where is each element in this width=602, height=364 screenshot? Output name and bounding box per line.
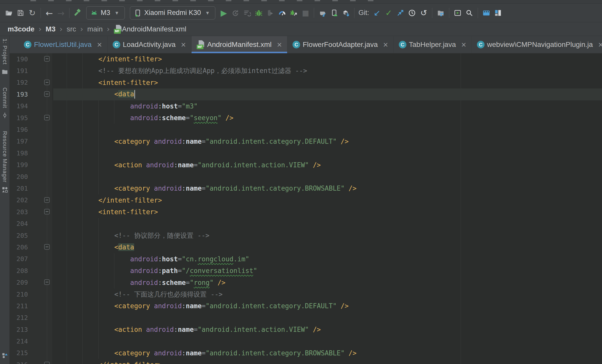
git-commit-button[interactable]: ✓ [383, 6, 394, 20]
fold-column [28, 100, 51, 112]
run-button[interactable]: ▶ [218, 6, 230, 20]
fold-column: − [28, 77, 51, 88]
fold-marker-down[interactable]: − [44, 80, 50, 85]
tab-flowerfootadapter-java[interactable]: CFlowerFootAdapter.java × [287, 36, 394, 53]
toolbar-separator [478, 8, 478, 18]
build-button[interactable] [72, 6, 84, 20]
git-push-button[interactable] [394, 6, 406, 20]
code-line-204: 204 [10, 218, 602, 229]
terminal-run-icon [454, 9, 462, 17]
navigate-forward-button[interactable]: → [55, 6, 67, 20]
breadcrumb-item-main[interactable]: main [87, 25, 103, 33]
stripe-item-resource-manager[interactable]: Resource Manager [1, 131, 9, 194]
code-line-208: 208 android:path="/conversationlist" [10, 265, 602, 277]
navigate-back-button[interactable]: ← [43, 6, 55, 20]
sdk-manager-button[interactable] [340, 6, 352, 20]
code-text: <action android:name="android.intent.act… [51, 161, 321, 169]
fold-column: − [28, 88, 51, 100]
code-text: <category android:name="android.intent.c… [51, 349, 356, 357]
code-line-207: 207 android:host="cn.rongcloud.im" [10, 253, 602, 265]
profiler-button[interactable] [492, 6, 504, 20]
code-line-206: 206 − <data [10, 241, 602, 253]
breadcrumb-item-M3[interactable]: M3 [46, 25, 56, 33]
fold-column: − [28, 277, 51, 288]
tab-androidmanifest-xml[interactable]: MFAndroidManifest.xml × [192, 36, 287, 53]
breadcrumb-label: main [87, 25, 103, 33]
open-project-button[interactable] [3, 6, 15, 20]
attach-debugger-to-process-button[interactable] [288, 6, 300, 20]
stripe-item-commit[interactable]: Commit [1, 87, 9, 119]
code-text: <!-- 协议部分，随便设置 --> [51, 231, 209, 240]
close-icon[interactable]: × [461, 41, 467, 48]
close-icon[interactable]: × [181, 41, 186, 48]
sync-button[interactable]: ↻ [26, 6, 38, 20]
code-text: <intent-filter> [51, 208, 158, 216]
tab-tabhelper-java[interactable]: CTabHelper.java × [394, 36, 472, 53]
stripe-item-bottom[interactable] [1, 351, 9, 359]
tab-flowerlistutil-java[interactable]: CFlowerListUtil.java × [19, 36, 108, 53]
editor-tab-bar: CFlowerListUtil.java × CLoadActivity.jav… [10, 36, 602, 53]
debug-button[interactable] [253, 6, 265, 20]
fold-column [28, 218, 51, 229]
sync-icon: ↻ [28, 9, 36, 17]
close-icon[interactable]: × [383, 41, 388, 48]
run-play-icon: ▶ [220, 9, 228, 17]
fold-marker-up[interactable]: − [44, 362, 50, 364]
project-structure-button[interactable] [435, 6, 446, 20]
close-icon[interactable]: × [598, 41, 602, 48]
fold-column [28, 159, 51, 171]
fold-marker-down[interactable]: − [44, 209, 50, 214]
search-everywhere-button[interactable] [463, 6, 475, 20]
code-text: android:host="cn.rongcloud.im" [51, 255, 249, 263]
code-line-195: 195 − android:scheme="seeyon" /> [10, 112, 602, 124]
code-text: <category android:name="android.intent.c… [51, 302, 349, 310]
fold-marker-up[interactable]: − [44, 56, 50, 62]
tab-webview-cmpnavigationplugin-ja[interactable]: Cwebview\CMPNavigationPlugin.ja × [472, 36, 602, 53]
profile-button[interactable] [276, 6, 288, 20]
device-manager-button[interactable] [317, 6, 328, 20]
chevron-down-icon: ▾ [203, 9, 212, 17]
fold-marker-up[interactable]: − [44, 279, 50, 285]
code-editor[interactable]: 190 − </intent-filter> 191 <!-- 要想在别的App… [10, 53, 602, 364]
stop-button[interactable]: ■ [300, 6, 311, 20]
close-icon[interactable]: × [277, 41, 282, 48]
fold-column [28, 347, 51, 359]
git-update-button[interactable]: ↙ [371, 6, 383, 20]
git-update-icon: ↙ [373, 9, 381, 17]
run-configuration-combo[interactable]: M3▾ [86, 6, 125, 20]
fold-column [28, 136, 51, 147]
fold-marker-down[interactable]: − [44, 244, 50, 250]
fold-marker-up[interactable]: − [44, 197, 50, 203]
history-button[interactable] [406, 6, 418, 20]
breadcrumb-item-AndroidManifest.xml[interactable]: MFAndroidManifest.xml [114, 25, 186, 34]
breadcrumb-item-m3code[interactable]: m3code [8, 25, 35, 33]
manifest-file-icon: MF [197, 40, 205, 49]
breadcrumb-separator: › [60, 25, 63, 33]
fold-marker-down[interactable]: − [44, 91, 50, 97]
apply-code-changes-button[interactable] [241, 6, 253, 20]
resource-manager-icon [1, 186, 9, 194]
intention-bulb-icon[interactable] [55, 90, 62, 98]
fold-marker-up[interactable]: − [44, 115, 50, 120]
fold-column: − [28, 206, 51, 218]
run-anything-button[interactable] [452, 6, 463, 20]
code-text: <category android:name="android.intent.c… [51, 138, 349, 145]
apply-changes-restart-button[interactable]: A [230, 6, 241, 20]
stripe-item-1-project[interactable]: 1: Project [1, 39, 9, 76]
breadcrumb-label: m3code [8, 25, 35, 33]
tab-loadactivity-java[interactable]: CLoadActivity.java × [108, 36, 192, 53]
fold-column [28, 171, 51, 183]
layout-inspector-button[interactable] [480, 6, 492, 20]
attach-debugger-button[interactable] [265, 6, 276, 20]
code-text: <intent-filter> [51, 79, 158, 86]
running-devices-icon [330, 9, 338, 17]
close-icon[interactable]: × [97, 41, 102, 48]
running-devices-button[interactable] [328, 6, 340, 20]
vcs-commit-icon [1, 111, 9, 119]
code-line-196: 196 [10, 124, 602, 135]
device-selector-combo[interactable]: Xiaomi Redmi K30▾ [130, 6, 216, 20]
rollback-icon: ↺ [420, 9, 428, 17]
rollback-button[interactable]: ↺ [418, 6, 429, 20]
save-all-button[interactable] [15, 6, 26, 20]
breadcrumb-item-src[interactable]: src [67, 25, 76, 33]
